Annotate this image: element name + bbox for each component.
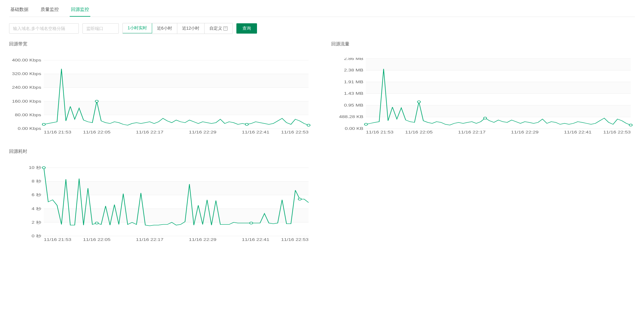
chart-latency-svg: 0 秒2 秒4 秒6 秒8 秒10 秒11/16 21:5311/16 22:0… [9,165,313,244]
svg-text:2.38 MB: 2.38 MB [344,68,363,72]
svg-point-23 [307,124,310,126]
tab-basic-data[interactable]: 基础数据 [9,3,30,17]
svg-text:11/16 22:29: 11/16 22:29 [189,238,216,242]
svg-text:80.00 Kbps: 80.00 Kbps [15,113,41,117]
range-6h[interactable]: 近6小时 [152,23,177,34]
svg-rect-25 [366,82,631,94]
svg-text:0.95 MB: 0.95 MB [344,103,363,107]
range-12h[interactable]: 近12小时 [177,23,205,34]
svg-text:1.91 MB: 1.91 MB [344,80,363,84]
svg-text:6 秒: 6 秒 [32,193,41,197]
svg-text:11/16 22:17: 11/16 22:17 [136,130,164,134]
chart-bandwidth-svg: 0.00 Kbps80.00 Kbps160.00 Kbps240.00 Kbp… [9,58,313,136]
range-custom-label: 自定义 [209,26,222,31]
svg-point-71 [42,167,45,169]
svg-text:11/16 22:17: 11/16 22:17 [458,130,486,134]
svg-text:160.00 Kbps: 160.00 Kbps [12,99,41,103]
chart-latency: 回源耗时 0 秒2 秒4 秒6 秒8 秒10 秒11/16 21:5311/16… [9,149,313,244]
svg-point-49 [483,117,486,119]
svg-text:10 秒: 10 秒 [29,166,41,169]
svg-rect-0 [44,101,309,115]
svg-rect-52 [44,181,309,195]
svg-text:11/16 21:53: 11/16 21:53 [44,130,72,134]
chart-bandwidth: 回源带宽 0.00 Kbps80.00 Kbps160.00 Kbps240.0… [9,41,313,136]
range-1h-realtime[interactable]: 1小时实时 [122,23,152,33]
svg-text:0.00 Kbps: 0.00 Kbps [18,127,41,130]
svg-point-47 [364,123,367,125]
svg-rect-1 [44,74,309,87]
svg-text:11/16 22:41: 11/16 22:41 [242,130,269,134]
svg-text:488.28 KB: 488.28 KB [339,115,363,119]
chart-traffic: 回源流量 0.00 KB488.28 KB0.95 MB1.43 MB1.91 … [331,41,635,136]
svg-text:11/16 22:05: 11/16 22:05 [405,130,432,134]
svg-text:0 秒: 0 秒 [32,234,41,238]
svg-text:320.00 Kbps: 320.00 Kbps [12,72,41,76]
tab-quality-monitor[interactable]: 质量监控 [39,3,60,17]
svg-text:240.00 Kbps: 240.00 Kbps [12,86,41,90]
time-range-group: 1小时实时 近6小时 近12小时 自定义 [122,23,233,34]
svg-text:11/16 22:41: 11/16 22:41 [242,238,269,242]
svg-point-50 [629,124,632,126]
svg-text:11/16 22:05: 11/16 22:05 [83,130,111,134]
svg-rect-24 [366,105,631,117]
svg-rect-26 [366,59,631,71]
svg-text:8 秒: 8 秒 [32,179,41,183]
chart-traffic-title: 回源流量 [331,41,635,47]
svg-point-22 [245,123,248,125]
query-button[interactable]: 查询 [236,23,257,34]
svg-point-20 [42,123,45,125]
svg-text:11/16 22:53: 11/16 22:53 [281,238,309,242]
svg-point-73 [250,222,253,224]
svg-text:11/16 22:29: 11/16 22:29 [511,130,539,134]
svg-text:400.00 Kbps: 400.00 Kbps [12,58,41,62]
calendar-icon [223,26,228,31]
svg-rect-51 [44,209,309,222]
svg-text:11/16 22:53: 11/16 22:53 [281,130,309,134]
svg-point-72 [95,222,98,224]
svg-text:0.00 KB: 0.00 KB [345,127,363,130]
svg-point-74 [298,198,301,200]
chart-bandwidth-title: 回源带宽 [9,41,313,47]
tab-origin-monitor[interactable]: 回源监控 [70,3,90,17]
svg-text:11/16 22:17: 11/16 22:17 [136,238,164,242]
svg-text:11/16 22:53: 11/16 22:53 [603,130,631,134]
svg-text:1.43 MB: 1.43 MB [344,92,363,96]
svg-point-48 [417,101,420,103]
svg-text:2 秒: 2 秒 [32,220,41,224]
range-custom[interactable]: 自定义 [205,23,232,34]
svg-text:11/16 22:29: 11/16 22:29 [189,130,216,134]
svg-text:11/16 21:53: 11/16 21:53 [366,130,393,134]
chart-latency-title: 回源耗时 [9,149,313,154]
charts-grid: 回源带宽 0.00 Kbps80.00 Kbps160.00 Kbps240.0… [9,41,635,244]
chart-traffic-svg: 0.00 KB488.28 KB0.95 MB1.43 MB1.91 MB2.3… [331,58,635,136]
filter-bar: 1小时实时 近6小时 近12小时 自定义 查询 [9,23,635,34]
domain-input[interactable] [9,23,79,34]
port-input[interactable] [82,23,119,34]
svg-text:4 秒: 4 秒 [32,207,41,211]
svg-point-21 [95,100,98,102]
svg-text:11/16 22:05: 11/16 22:05 [83,238,111,242]
tab-bar: 基础数据 质量监控 回源监控 [9,3,635,17]
svg-text:11/16 22:41: 11/16 22:41 [564,130,592,134]
svg-text:11/16 21:53: 11/16 21:53 [44,238,72,242]
svg-text:2.86 MB: 2.86 MB [344,58,363,61]
